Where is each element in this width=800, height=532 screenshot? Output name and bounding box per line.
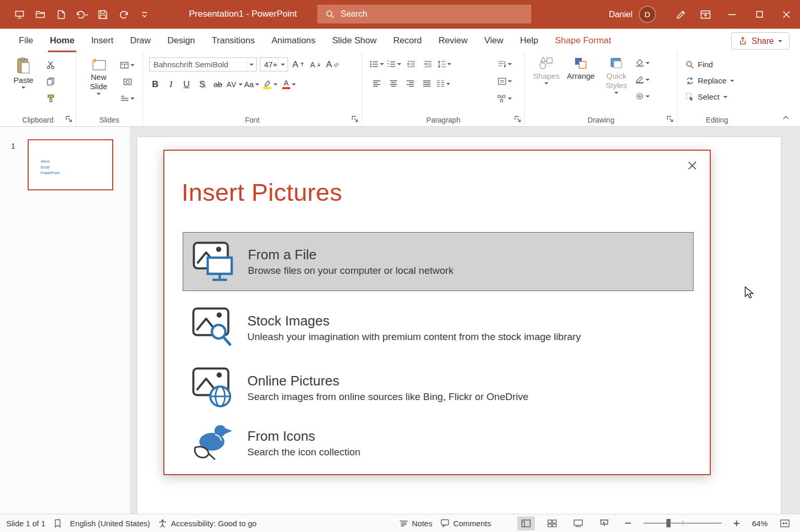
option-from-a-file[interactable]: From a File Browse files on your compute… — [183, 232, 694, 291]
notes-button[interactable]: Notes — [399, 519, 432, 528]
replace-button[interactable]: Replace — [677, 74, 757, 88]
account-name[interactable]: Daniel — [609, 10, 632, 19]
normal-view-button[interactable] — [517, 516, 535, 530]
collapse-ribbon-button[interactable] — [780, 113, 792, 122]
reading-view-button[interactable] — [569, 516, 587, 530]
bold-button[interactable]: B — [148, 78, 162, 91]
text-shadow-button[interactable]: S — [195, 78, 209, 91]
zoom-out-button[interactable] — [622, 516, 635, 530]
italic-button[interactable]: I — [164, 78, 178, 91]
tab-design[interactable]: Design — [159, 29, 204, 52]
arrange-button[interactable]: Arrange — [565, 53, 597, 103]
strikethrough-button[interactable]: ab — [211, 78, 225, 91]
new-file-button[interactable] — [53, 6, 69, 23]
shrink-font-button[interactable]: A — [308, 58, 323, 71]
numbering-button[interactable] — [387, 57, 401, 70]
justify-button[interactable] — [420, 77, 434, 90]
ribbon-display-options-button[interactable] — [692, 6, 719, 23]
fit-slide-button[interactable] — [776, 516, 794, 530]
drawing-dialog-launcher[interactable] — [667, 116, 674, 123]
draw-ink-button[interactable] — [670, 6, 692, 23]
bullets-button[interactable] — [369, 57, 384, 70]
maximize-button[interactable] — [746, 0, 773, 29]
shape-effects-button[interactable] — [636, 90, 650, 103]
font-size-combo[interactable]: 47+ — [260, 57, 288, 71]
accessibility-button[interactable]: Accessibility: Good to go — [158, 519, 256, 528]
tab-record[interactable]: Record — [385, 29, 430, 52]
open-file-button[interactable] — [32, 6, 48, 23]
line-spacing-button[interactable] — [437, 57, 451, 70]
tab-help[interactable]: Help — [512, 29, 547, 52]
shape-fill-button[interactable] — [636, 56, 650, 69]
font-name-combo[interactable]: Bahnschrift SemiBold — [149, 57, 257, 71]
zoom-in-button[interactable] — [730, 516, 744, 530]
start-slideshow-button[interactable] — [11, 6, 27, 23]
quick-styles-button[interactable]: Quick Styles — [600, 53, 632, 103]
font-color-button[interactable]: A — [280, 78, 298, 91]
save-button[interactable] — [95, 6, 111, 23]
slide-sorter-view-button[interactable] — [543, 516, 561, 530]
tab-transitions[interactable]: Transitions — [204, 29, 264, 52]
format-painter-button[interactable] — [44, 92, 58, 105]
option-stock-images[interactable]: Stock Images Unleash your imagination wi… — [183, 304, 694, 352]
align-right-button[interactable] — [403, 77, 417, 90]
increase-indent-button[interactable] — [421, 57, 435, 70]
font-dialog-launcher[interactable] — [352, 116, 359, 123]
clear-formatting-button[interactable]: A — [326, 58, 340, 71]
convert-to-smartart-button[interactable] — [497, 92, 512, 105]
tab-animations[interactable]: Animations — [263, 29, 324, 52]
paste-button[interactable]: Paste — [8, 54, 39, 105]
tab-view[interactable]: View — [476, 29, 512, 52]
text-highlight-button[interactable] — [261, 78, 279, 91]
tab-slide-show[interactable]: Slide Show — [324, 29, 385, 52]
grow-font-button[interactable]: A — [291, 58, 305, 71]
tab-file[interactable]: File — [10, 29, 41, 52]
spell-check-button[interactable] — [54, 519, 62, 528]
dialog-close-button[interactable] — [684, 157, 700, 174]
align-left-button[interactable] — [369, 77, 384, 90]
share-button[interactable]: Share — [731, 32, 790, 50]
paragraph-dialog-launcher[interactable] — [515, 116, 521, 123]
change-case-button[interactable]: Aa — [244, 78, 259, 91]
shape-outline-button[interactable] — [636, 73, 650, 86]
align-center-button[interactable] — [386, 77, 400, 90]
slide-thumbnail[interactable]: Word Excel PowerPoint — [28, 139, 113, 190]
text-direction-button[interactable] — [497, 57, 512, 70]
tab-home[interactable]: Home — [41, 29, 82, 52]
columns-button[interactable] — [436, 77, 450, 90]
shapes-button[interactable]: Shapes — [531, 53, 562, 103]
comments-button[interactable]: Comments — [440, 519, 491, 528]
search-input[interactable] — [341, 9, 513, 19]
tab-insert[interactable]: Insert — [83, 29, 122, 52]
search-box[interactable] — [317, 5, 531, 24]
minimize-button[interactable] — [719, 0, 746, 29]
undo-button[interactable] — [74, 6, 90, 23]
language-button[interactable]: English (United States) — [70, 519, 150, 528]
account-avatar[interactable]: D — [639, 6, 656, 23]
tab-draw[interactable]: Draw — [122, 29, 159, 52]
option-online-pictures[interactable]: Online Pictures Search images from onlin… — [183, 364, 694, 412]
slideshow-view-button[interactable] — [595, 516, 613, 530]
customize-qat-button[interactable] — [137, 6, 152, 23]
zoom-level-button[interactable]: 64% — [752, 519, 768, 528]
decrease-indent-button[interactable] — [404, 57, 418, 70]
cut-button[interactable] — [44, 58, 58, 71]
reset-button[interactable] — [120, 75, 135, 88]
underline-button[interactable]: U — [180, 78, 194, 91]
layout-button[interactable] — [120, 58, 135, 71]
select-button[interactable]: Select — [677, 90, 757, 104]
character-spacing-button[interactable]: AV — [226, 78, 243, 91]
close-window-button[interactable] — [773, 0, 800, 29]
align-text-button[interactable] — [497, 75, 512, 88]
section-button[interactable] — [120, 92, 135, 105]
copy-button[interactable] — [44, 75, 58, 88]
find-button[interactable]: Find — [677, 57, 757, 71]
zoom-slider[interactable] — [643, 523, 722, 524]
option-from-icons[interactable]: From Icons Search the icon collection — [183, 422, 694, 464]
tab-shape-format[interactable]: Shape Format — [547, 29, 620, 52]
tab-review[interactable]: Review — [430, 29, 476, 52]
zoom-slider-thumb[interactable] — [666, 519, 671, 527]
redo-button[interactable] — [116, 6, 132, 23]
new-slide-button[interactable]: New Slide — [82, 54, 115, 105]
clipboard-dialog-launcher[interactable] — [66, 116, 73, 123]
